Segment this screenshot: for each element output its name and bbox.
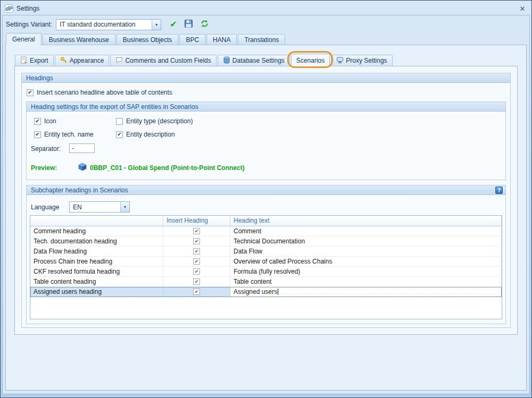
column-header-insert-heading[interactable]: Insert Heading (163, 216, 230, 226)
heading-settings-group-header: Heading settings for the export of SAP e… (27, 102, 505, 112)
insert-heading-checkbox[interactable] (193, 278, 200, 285)
insert-heading-checkbox[interactable] (193, 289, 200, 295)
table-row[interactable]: CKF resolved formula heading Formula (fu… (30, 267, 502, 277)
tab-general[interactable]: General (6, 33, 41, 45)
entity-type-checkbox[interactable] (116, 118, 123, 125)
close-icon[interactable]: ✕ (518, 5, 527, 13)
column-header-name[interactable] (30, 216, 163, 226)
headings-group: Headings Insert scenario headline above … (21, 73, 511, 328)
proxy-icon (336, 56, 344, 65)
tab-business-warehouse[interactable]: Business Warehouse (43, 34, 115, 45)
settings-variant-value: IT standard documentation (56, 21, 152, 28)
preview-label: Preview: (31, 164, 57, 172)
tab-appearance[interactable]: Appearance (55, 55, 110, 66)
main-tab-strip: General Business Warehouse Business Obje… (6, 33, 526, 45)
language-value: EN (70, 204, 120, 211)
insert-heading-checkbox[interactable] (193, 268, 200, 275)
scenarios-tab-page: Headings Insert scenario headline above … (14, 66, 518, 335)
settings-variant-combobox[interactable]: IT standard documentation ▼ (56, 19, 161, 30)
insert-scenario-headline-checkbox[interactable] (27, 89, 34, 96)
insert-heading-checkbox[interactable] (193, 238, 200, 244)
variant-toolbar: ✔ (170, 19, 209, 30)
entity-type-checkbox-row: Entity type (description) (116, 117, 193, 125)
window-title: Settings (16, 5, 39, 12)
title-bar: dP Settings ✕ (2, 2, 530, 15)
insert-heading-checkbox[interactable] (193, 258, 200, 265)
tab-comments-custom-fields[interactable]: Comments and Custom Fields (110, 55, 216, 66)
entity-description-checkbox-label: Entity description (126, 131, 174, 138)
preview-text: 0BBP_C01 - Global Spend (Point-to-Point … (90, 164, 245, 172)
table-row[interactable]: Comment heading Comment (30, 226, 502, 236)
icon-checkbox-row: Icon (34, 117, 56, 125)
entity-tech-name-checkbox[interactable] (34, 131, 41, 138)
insert-headline-row: Insert scenario headline above table of … (27, 89, 172, 96)
insert-heading-checkbox[interactable] (193, 248, 200, 255)
headings-table: Insert Heading Heading text Comment head… (30, 215, 502, 319)
apply-check-icon[interactable]: ✔ (170, 20, 177, 29)
chevron-down-icon[interactable]: ▼ (152, 20, 161, 30)
table-row[interactable]: Table content heading Table content (30, 277, 502, 287)
entity-tech-name-checkbox-label: Entity tech. name (44, 131, 94, 138)
table-header-row: Insert Heading Heading text (30, 216, 502, 226)
subchapter-group-header: Subchapter headings in Scenarios ? (27, 185, 505, 195)
help-icon[interactable]: ? (495, 187, 503, 194)
table-row[interactable]: Tech. documentation heading Technical Do… (30, 236, 502, 247)
tab-scenarios[interactable]: Scenarios (291, 54, 330, 66)
text-cursor (278, 289, 278, 295)
tab-hana[interactable]: HANA (206, 34, 237, 45)
table-row[interactable]: Data Flow heading Data Flow (30, 247, 502, 257)
appearance-key-icon (60, 56, 68, 65)
headings-group-header: Headings (22, 73, 510, 83)
separator-label: Separator: (31, 145, 61, 153)
dialog-client-area: Settings Variant: IT standard documentat… (2, 15, 530, 394)
language-row: Language EN ▼ (31, 201, 130, 213)
general-tab-page: Export Appearance Comments and Custom Fi… (5, 45, 527, 391)
database-icon (223, 56, 230, 65)
subchapter-headings-group: Subchapter headings in Scenarios ? Langu… (26, 185, 506, 324)
settings-window: dP Settings ✕ Settings Variant: IT stand… (0, 0, 532, 398)
save-icon[interactable] (184, 19, 193, 30)
comment-bubble-icon (115, 56, 123, 65)
language-label: Language (31, 204, 69, 211)
language-combobox[interactable]: EN ▼ (69, 201, 130, 213)
insert-heading-checkbox[interactable] (193, 228, 200, 234)
separator-input[interactable] (69, 143, 95, 153)
settings-variant-label: Settings Variant: (6, 21, 52, 28)
table-row-selected[interactable]: Assigned users heading Assigned users (30, 287, 502, 297)
inner-tab-strip: Export Appearance Comments and Custom Fi… (15, 54, 394, 66)
app-logo-icon: dP (5, 4, 13, 13)
tab-business-objects[interactable]: Business Objects (117, 34, 179, 45)
editing-cell[interactable]: Assigned users (230, 287, 502, 297)
tab-database-settings[interactable]: Database Settings (218, 55, 290, 66)
icon-checkbox[interactable] (34, 118, 41, 125)
heading-settings-group: Heading settings for the export of SAP e… (26, 101, 506, 180)
insert-scenario-headline-label: Insert scenario headline above table of … (37, 89, 172, 96)
entity-cube-icon (78, 163, 87, 173)
table-row[interactable]: Process Chain tree heading Overview of c… (30, 257, 502, 267)
chevron-down-icon[interactable]: ▼ (120, 202, 129, 212)
entity-description-checkbox[interactable] (116, 131, 123, 138)
entity-description-checkbox-row: Entity description (116, 131, 174, 138)
tab-export[interactable]: Export (15, 55, 54, 66)
tab-proxy-settings[interactable]: Proxy Settings (331, 55, 392, 66)
tab-translations[interactable]: Translations (238, 34, 285, 45)
settings-variant-bar: Settings Variant: IT standard documentat… (6, 19, 209, 30)
column-header-heading-text[interactable]: Heading text (230, 216, 502, 226)
entity-type-checkbox-label: Entity type (description) (126, 117, 193, 125)
export-tab-icon (20, 56, 28, 65)
refresh-icon[interactable] (200, 19, 209, 30)
table-body: Comment heading Comment Tech. documentat… (30, 226, 502, 297)
tab-bpc[interactable]: BPC (179, 34, 205, 45)
entity-tech-name-checkbox-row: Entity tech. name (34, 131, 94, 138)
icon-checkbox-label: Icon (44, 117, 56, 125)
